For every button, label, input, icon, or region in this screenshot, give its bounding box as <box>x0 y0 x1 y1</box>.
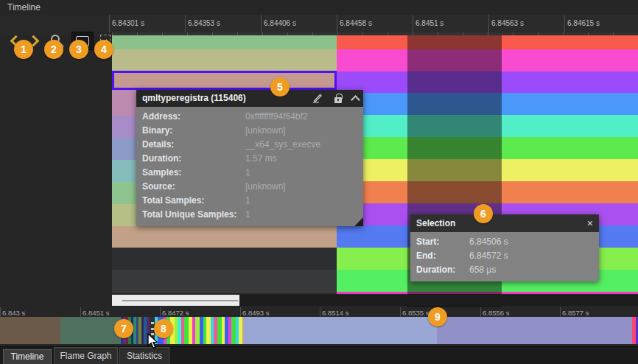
axis-tick <box>560 307 561 317</box>
overview-segment[interactable] <box>0 317 60 344</box>
axis-label: 6.8535 s <box>402 309 429 317</box>
axis-label: 6.8451 s <box>83 309 109 317</box>
field-label: Total Unique Samples: <box>142 208 245 222</box>
timeline-toolbar: ↔ <box>0 15 112 35</box>
timeline-event-row[interactable] <box>112 270 337 293</box>
axis-tick <box>400 307 401 317</box>
annotation-badge-1: 1 <box>14 40 33 59</box>
tab-statistics[interactable]: Statistics <box>119 347 169 364</box>
timeline-event-row[interactable] <box>112 226 337 248</box>
horizontal-scrollbar-thumb[interactable] <box>112 295 239 306</box>
axis-label: 6.84301 s <box>112 19 144 27</box>
field-value: 1 <box>245 208 250 222</box>
axis-label: 6.8514 s <box>322 309 348 317</box>
tab-timeline[interactable]: Timeline <box>3 349 52 364</box>
axis-tick <box>240 307 241 317</box>
collapse-chevron-icon[interactable] <box>351 95 360 105</box>
selection-popup: Selection × Start:6.84506 s End:6.84572 … <box>410 214 599 281</box>
annotation-badge-7: 7 <box>114 319 133 338</box>
axis-tick <box>480 307 481 317</box>
axis-label: 6.8451 s <box>416 19 444 27</box>
axis-tick <box>564 15 565 32</box>
overview-segment[interactable] <box>437 317 632 344</box>
selection-popup-body: Start:6.84506 s End:6.84572 s Duration:6… <box>410 232 599 281</box>
overview-time-axis: 6.843 s 6.8451 s 6.8472 s 6.8493 s 6.851… <box>0 307 638 317</box>
axis-label: 6.843 s <box>2 309 25 317</box>
axis-label: 6.84563 s <box>491 19 524 27</box>
axis-label: 6.8472 s <box>162 309 189 317</box>
annotation-badge-4: 4 <box>94 40 113 59</box>
timeline-event-row[interactable] <box>112 49 337 71</box>
axis-label: 6.84615 s <box>567 19 600 27</box>
field-value: 1 <box>245 194 250 208</box>
field-label: Details: <box>142 138 245 152</box>
annotation-badge-6: 6 <box>474 204 493 223</box>
event-details-popup: qmltyperegistra (115406) Address:0xfffff… <box>136 90 363 226</box>
axis-tick <box>320 307 320 317</box>
view-tabbar: Timeline Flame Graph Statistics <box>0 346 638 364</box>
field-label: Binary: <box>142 124 245 138</box>
tab-flame-graph[interactable]: Flame Graph <box>54 347 118 364</box>
field-value: 6.84572 s <box>469 249 508 263</box>
axis-tick <box>109 15 110 32</box>
annotation-badge-2: 2 <box>44 40 63 59</box>
profiler-window: Timeline ↔ 6.84301 s 6.84353 s 6.84406 s… <box>0 0 638 364</box>
field-label: Start: <box>416 235 469 249</box>
overview-segment[interactable] <box>60 317 121 344</box>
overview-minimap[interactable] <box>0 317 638 344</box>
axis-label: 6.8493 s <box>242 309 269 317</box>
axis-label: 6.8577 s <box>562 309 589 317</box>
annotation-badge-9: 9 <box>428 307 447 326</box>
lock-icon[interactable] <box>334 97 342 103</box>
event-details-body: Address:0xffffffff94f64bf2 Binary:[unkno… <box>136 107 363 226</box>
field-label: Address: <box>142 110 245 124</box>
overview-segment[interactable] <box>243 317 437 344</box>
axis-tick <box>261 15 262 32</box>
panel-title: Timeline <box>0 0 638 15</box>
axis-label: 6.84406 s <box>264 19 296 27</box>
annotation-badge-3: 3 <box>69 40 88 59</box>
axis-tick <box>80 307 81 317</box>
field-label: Samples: <box>142 166 245 180</box>
field-value: 658 µs <box>469 263 496 277</box>
field-value: 1 <box>245 166 250 180</box>
selection-popup-header[interactable]: Selection × <box>410 214 599 232</box>
field-label: Source: <box>142 180 245 194</box>
field-label: Total Samples: <box>142 194 245 208</box>
scrollbar-thumb-grip <box>122 300 238 301</box>
field-value: 0xffffffff94f64bf2 <box>245 110 308 124</box>
field-value: [unknown] <box>245 180 286 194</box>
axis-tick <box>413 15 413 32</box>
axis-label: 6.84353 s <box>188 19 220 27</box>
field-value: 6.84506 s <box>469 235 508 249</box>
event-title: qmltyperegistra (115406) <box>142 93 246 103</box>
timeline-event-row[interactable] <box>112 248 337 270</box>
timeline-event-row[interactable] <box>112 35 337 49</box>
field-value: [unknown] <box>245 124 286 138</box>
close-icon[interactable]: × <box>587 214 593 232</box>
axis-tick <box>337 15 337 32</box>
field-value: 1.57 ms <box>245 152 277 166</box>
axis-tick <box>160 307 161 317</box>
axis-label: 6.8556 s <box>483 309 509 317</box>
selected-event-row[interactable] <box>112 71 337 90</box>
field-label: End: <box>416 249 469 263</box>
field-label: Duration: <box>142 152 245 166</box>
field-label: Duration: <box>416 263 469 277</box>
axis-tick <box>488 15 489 32</box>
field-value: __x64_sys_execve <box>245 138 320 152</box>
event-details-header[interactable]: qmltyperegistra (115406) <box>136 90 363 107</box>
axis-label: 6.84458 s <box>340 19 372 27</box>
axis-tick <box>185 15 186 32</box>
axis-tick <box>0 307 1 317</box>
resize-grip[interactable] <box>354 217 363 226</box>
top-time-axis: 6.84301 s 6.84353 s 6.84406 s 6.84458 s … <box>109 15 638 32</box>
annotation-badge-5: 5 <box>270 77 290 97</box>
edit-pen-icon[interactable] <box>312 94 324 104</box>
selection-popup-title: Selection <box>416 218 455 228</box>
annotation-badge-8: 8 <box>154 319 173 338</box>
